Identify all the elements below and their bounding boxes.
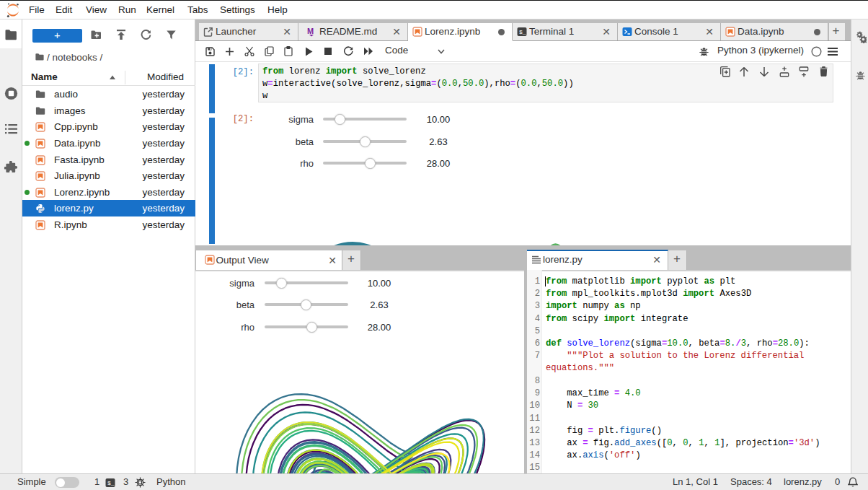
svg-text:$_: $_ bbox=[519, 29, 526, 35]
svg-text:$_: $_ bbox=[107, 480, 115, 486]
svg-text:M: M bbox=[307, 27, 314, 35]
